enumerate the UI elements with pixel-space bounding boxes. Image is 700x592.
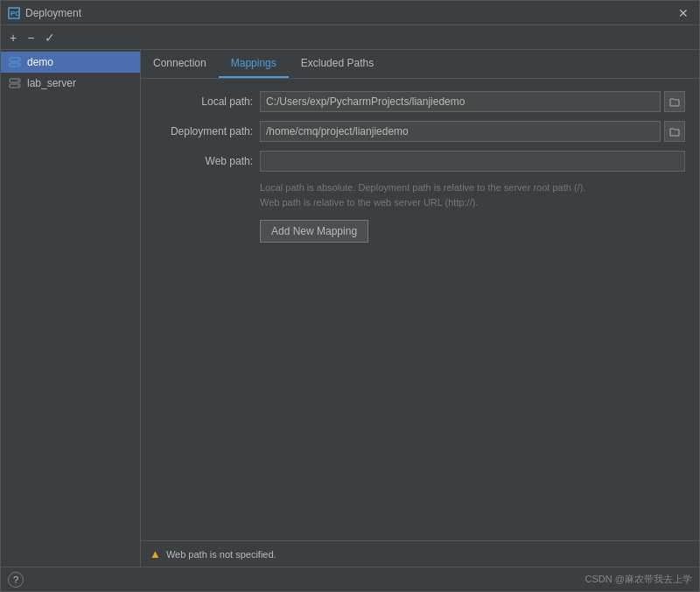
web-path-label: Web path: bbox=[155, 155, 260, 167]
deployment-path-row: Deployment path: bbox=[155, 121, 685, 142]
folder-icon-2 bbox=[669, 126, 680, 137]
mappings-panel: Local path: Deployment path: bbox=[141, 79, 699, 540]
deployment-path-input[interactable] bbox=[260, 121, 661, 142]
tab-mappings[interactable]: Mappings bbox=[219, 50, 289, 78]
svg-text:PC: PC bbox=[10, 10, 20, 18]
remove-button[interactable]: − bbox=[24, 30, 38, 46]
deployment-path-input-wrapper bbox=[260, 121, 685, 142]
status-bar: ▲ Web path is not specified. bbox=[141, 540, 699, 567]
toolbar: + − ✓ bbox=[1, 25, 699, 50]
main-content: demo lab_server Connection bbox=[1, 50, 699, 567]
right-panel: Connection Mappings Excluded Paths Local… bbox=[141, 50, 699, 567]
add-new-mapping-button[interactable]: Add New Mapping bbox=[260, 220, 368, 243]
sidebar: demo lab_server bbox=[1, 50, 141, 567]
local-path-browse-button[interactable] bbox=[664, 91, 685, 112]
local-path-input-wrapper bbox=[260, 91, 685, 112]
help-button[interactable]: ? bbox=[8, 572, 24, 588]
deployment-path-label: Deployment path: bbox=[155, 125, 260, 137]
local-path-row: Local path: bbox=[155, 91, 685, 112]
web-path-row: Web path: bbox=[155, 151, 685, 172]
titlebar: PC Deployment ✕ bbox=[1, 1, 699, 25]
deployment-window: PC Deployment ✕ + − ✓ demo bbox=[0, 0, 700, 592]
local-path-label: Local path: bbox=[155, 95, 260, 108]
web-path-input-wrapper bbox=[260, 151, 685, 172]
confirm-button[interactable]: ✓ bbox=[41, 30, 59, 46]
app-icon: PC bbox=[8, 7, 20, 19]
watermark-text: CSDN @麻农带我去上学 bbox=[585, 573, 692, 586]
folder-icon bbox=[669, 96, 680, 107]
svg-point-4 bbox=[18, 59, 19, 60]
svg-point-5 bbox=[18, 64, 19, 66]
status-message: Web path is not specified. bbox=[166, 549, 276, 560]
sidebar-label-lab-server: lab_server bbox=[27, 77, 76, 89]
sidebar-label-demo: demo bbox=[27, 56, 53, 68]
server-icon-demo bbox=[8, 55, 22, 69]
tabs: Connection Mappings Excluded Paths bbox=[141, 50, 699, 79]
web-path-input[interactable] bbox=[260, 151, 685, 172]
add-button[interactable]: + bbox=[6, 30, 20, 46]
sidebar-item-demo[interactable]: demo bbox=[1, 52, 140, 73]
svg-point-9 bbox=[18, 85, 19, 87]
warning-icon: ▲ bbox=[150, 547, 161, 560]
bottom-bar: ? CSDN @麻农带我去上学 bbox=[1, 567, 699, 591]
tab-connection[interactable]: Connection bbox=[141, 50, 219, 78]
tab-excluded-paths[interactable]: Excluded Paths bbox=[289, 50, 386, 78]
deployment-path-browse-button[interactable] bbox=[664, 121, 685, 142]
local-path-input[interactable] bbox=[260, 91, 661, 112]
server-icon-lab bbox=[8, 76, 22, 90]
svg-point-8 bbox=[18, 80, 19, 81]
hint-text: Local path is absolute. Deployment path … bbox=[260, 180, 685, 209]
sidebar-item-lab-server[interactable]: lab_server bbox=[1, 73, 140, 94]
window-title: Deployment bbox=[25, 7, 675, 19]
close-button[interactable]: ✕ bbox=[675, 6, 692, 20]
